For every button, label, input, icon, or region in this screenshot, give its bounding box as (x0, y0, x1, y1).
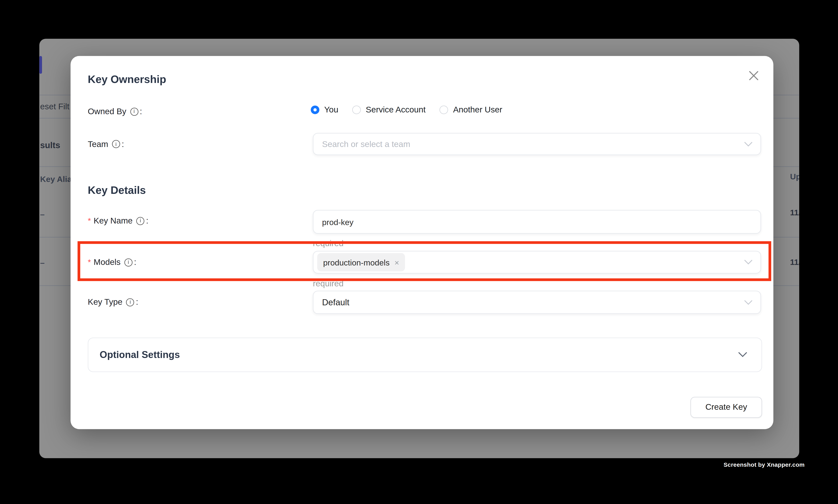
key-details-heading: Key Details (88, 182, 146, 198)
key-type-select[interactable]: Default (313, 291, 761, 314)
radio-label: Service Account (366, 105, 426, 115)
close-icon (748, 70, 759, 80)
key-name-input[interactable] (322, 217, 717, 227)
optional-settings-panel[interactable]: Optional Settings (88, 338, 762, 372)
label-colon: : (134, 256, 136, 268)
key-type-label-text: Key Type (88, 296, 122, 308)
chevron-down-icon (744, 300, 752, 305)
info-icon: i (112, 140, 120, 148)
team-select[interactable]: Search or select a team (313, 133, 761, 155)
create-key-modal: Key Ownership Owned By i : You Service A… (70, 56, 773, 429)
table-row-updated-date: 11/ (790, 207, 799, 218)
owned-by-label-text: Owned By (88, 106, 126, 118)
screenshot-stage: eset Filt sults Key Alia – – Up 11/ 11/ … (0, 0, 838, 504)
radio-option-another-user[interactable]: Another User (440, 105, 502, 115)
models-label-text: Models (94, 256, 121, 268)
key-name-label: * Key Name i : (88, 215, 148, 227)
label-colon: : (136, 296, 138, 308)
owned-by-label: Owned By i : (88, 106, 142, 118)
chevron-down-icon (744, 260, 752, 265)
info-icon: i (136, 217, 144, 225)
key-alias-column-header: Key Alia (40, 173, 72, 185)
reset-filters-partial-text: eset Filt (40, 101, 69, 112)
models-label: * Models i : (88, 256, 137, 268)
chevron-down-icon (738, 352, 747, 358)
tag-remove-icon[interactable]: × (394, 258, 399, 267)
radio-label: Another User (453, 105, 502, 115)
table-row-key-alias: – (40, 257, 44, 268)
team-label: Team i : (88, 138, 124, 150)
chevron-down-icon (744, 142, 752, 146)
create-key-button-label: Create Key (706, 402, 747, 412)
radio-selected-icon[interactable] (311, 106, 319, 114)
label-colon: : (146, 215, 148, 227)
close-button[interactable] (745, 67, 762, 84)
models-select[interactable]: production-models × (313, 251, 761, 273)
label-colon: : (140, 106, 142, 118)
modal-title: Key Ownership (88, 72, 166, 87)
radio-label: You (324, 105, 338, 115)
table-row-updated-date: 11/ (790, 256, 799, 268)
label-colon: : (122, 138, 124, 150)
info-icon: i (130, 107, 138, 115)
key-name-validation-message: required (313, 237, 344, 249)
team-select-placeholder: Search or select a team (322, 139, 410, 149)
optional-settings-label: Optional Settings (100, 349, 180, 361)
models-validation-message: required (313, 278, 344, 289)
updated-column-header: Up (790, 170, 799, 182)
watermark-text: Screenshot by Xnapper.com (724, 462, 805, 468)
required-asterisk: * (88, 256, 91, 268)
info-icon: i (124, 258, 132, 266)
create-key-button-fragment (39, 56, 42, 74)
key-type-label: Key Type i : (88, 296, 138, 308)
model-tag-label: production-models (323, 258, 390, 267)
owned-by-radio-group: You Service Account Another User (311, 105, 502, 115)
key-name-label-text: Key Name (94, 215, 133, 227)
info-icon: i (126, 298, 134, 306)
radio-option-service-account[interactable]: Service Account (352, 105, 426, 115)
team-label-text: Team (88, 138, 108, 150)
radio-option-you[interactable]: You (311, 105, 338, 115)
required-asterisk: * (88, 215, 91, 227)
create-key-button[interactable]: Create Key (690, 397, 762, 417)
radio-unselected-icon[interactable] (352, 106, 361, 114)
selected-model-tag: production-models × (317, 253, 405, 271)
table-row-key-alias: – (40, 208, 44, 219)
results-partial-text: sults (40, 139, 60, 151)
key-name-field (313, 210, 761, 234)
key-type-value: Default (322, 298, 349, 307)
radio-unselected-icon[interactable] (440, 106, 448, 114)
